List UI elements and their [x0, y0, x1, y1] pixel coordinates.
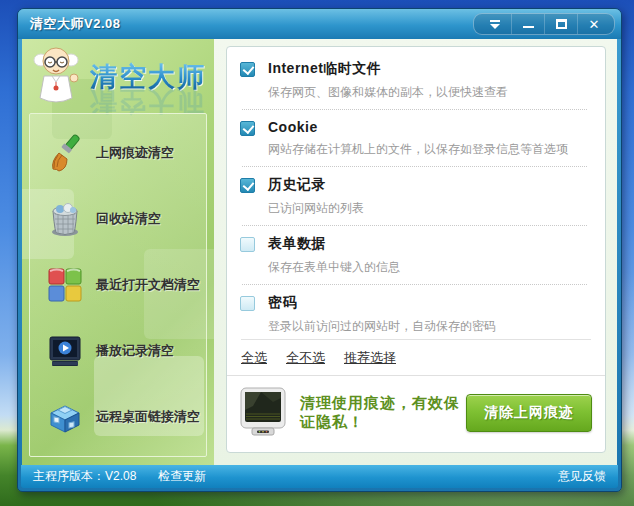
separator	[242, 225, 587, 226]
option-description: 已访问网站的列表	[268, 200, 364, 217]
maximize-icon	[556, 19, 567, 29]
window-body: 清空大师 清空大师 上网痕迹清空	[22, 39, 617, 466]
option-description: 保存网页、图像和媒体的副本，以便快速查看	[268, 84, 508, 101]
broom-icon	[45, 133, 85, 173]
sidebar-item-recent-docs[interactable]: 最近打开文档清空	[30, 265, 206, 305]
sidebar-item-web-traces[interactable]: 上网痕迹清空	[30, 133, 206, 173]
feedback-link[interactable]: 意见反馈	[558, 468, 606, 485]
mascot-doctor-icon	[28, 44, 84, 110]
option-description: 网站存储在计算机上的文件，以保存如登录信息等首选项	[268, 141, 568, 158]
sidebar: 清空大师 清空大师 上网痕迹清空	[22, 39, 214, 466]
app-logo-text: 清空大师	[90, 62, 206, 92]
main-content: Internet临时文件 保存网页、图像和媒体的副本，以便快速查看 Cookie…	[214, 39, 617, 466]
titlebar-buttons: ✕	[473, 13, 615, 35]
option-row-history: 历史记录 已访问网站的列表	[240, 176, 589, 217]
window-title: 清空大师V2.08	[30, 15, 120, 33]
sidebar-menu: 上网痕迹清空 回收站清空	[29, 113, 207, 457]
checkbox-form-data[interactable]	[240, 237, 255, 252]
checkbox-internet-temp-files[interactable]	[240, 62, 255, 77]
sidebar-item-label: 最近打开文档清空	[96, 276, 200, 294]
option-row-cookie: Cookie 网站存储在计算机上的文件，以保存如登录信息等首选项	[240, 119, 589, 158]
option-label: 历史记录	[268, 176, 364, 194]
titlebar: 清空大师V2.08 ✕	[18, 9, 621, 39]
maximize-button[interactable]	[544, 14, 577, 34]
select-none-link[interactable]: 全不选	[286, 349, 325, 367]
option-label: Cookie	[268, 119, 568, 135]
minimize-icon	[523, 26, 534, 28]
color-squares-icon	[45, 265, 85, 305]
privacy-message: 清理使用痕迹，有效保证隐私！	[300, 394, 466, 432]
close-button[interactable]: ✕	[577, 14, 610, 34]
minimize-button[interactable]	[511, 14, 544, 34]
option-label: Internet临时文件	[268, 60, 508, 78]
checkbox-history[interactable]	[240, 178, 255, 193]
checkbox-password[interactable]	[240, 296, 255, 311]
crt-monitor-icon	[240, 387, 286, 439]
separator	[242, 284, 587, 285]
selection-links: 全选 全不选 推荐选择	[241, 339, 591, 375]
option-label: 密码	[268, 294, 496, 312]
option-row-password: 密码 登录以前访问过的网站时，自动保存的密码	[240, 294, 589, 335]
media-monitor-icon	[45, 331, 85, 371]
clean-traces-button[interactable]: 清除上网痕迹	[466, 394, 592, 432]
sidebar-item-playback-history[interactable]: 播放记录清空	[30, 331, 206, 371]
sidebar-item-recycle-bin[interactable]: 回收站清空	[30, 199, 206, 239]
separator	[242, 109, 587, 110]
sidebar-item-label: 上网痕迹清空	[96, 144, 174, 162]
option-description: 登录以前访问过的网站时，自动保存的密码	[268, 318, 496, 335]
recycle-bin-icon	[45, 199, 85, 239]
sidebar-item-label: 回收站清空	[96, 210, 161, 228]
version-label: 主程序版本：V2.08	[33, 468, 136, 485]
options-panel: Internet临时文件 保存网页、图像和媒体的副本，以便快速查看 Cookie…	[226, 46, 606, 453]
sidebar-item-label: 播放记录清空	[96, 342, 174, 360]
check-update-link[interactable]: 检查更新	[158, 468, 206, 485]
statusbar: 主程序版本：V2.08 检查更新 意见反馈	[21, 465, 618, 488]
checkbox-cookie[interactable]	[240, 121, 255, 136]
action-bar: 清理使用痕迹，有效保证隐私！ 清除上网痕迹	[227, 375, 605, 452]
recommended-selection-link[interactable]: 推荐选择	[344, 349, 396, 367]
select-all-link[interactable]: 全选	[241, 349, 267, 367]
app-window: 清空大师V2.08 ✕	[17, 8, 622, 492]
desktop-background: 清空大师V2.08 ✕	[0, 0, 634, 506]
sidebar-item-remote-desktop[interactable]: 远程桌面链接清空	[30, 397, 206, 437]
blue-cubes-icon	[45, 397, 85, 437]
option-row-internet-temp-files: Internet临时文件 保存网页、图像和媒体的副本，以便快速查看	[240, 60, 589, 101]
separator	[242, 166, 587, 167]
option-description: 保存在表单中键入的信息	[268, 259, 400, 276]
app-logo: 清空大师 清空大师	[22, 39, 214, 115]
sidebar-item-label: 远程桌面链接清空	[96, 408, 200, 426]
chevron-down-icon	[490, 20, 500, 29]
skin-menu-button[interactable]	[478, 14, 511, 34]
option-label: 表单数据	[268, 235, 400, 253]
options-list: Internet临时文件 保存网页、图像和媒体的副本，以便快速查看 Cookie…	[227, 47, 605, 339]
option-row-form-data: 表单数据 保存在表单中键入的信息	[240, 235, 589, 276]
close-icon: ✕	[589, 18, 600, 31]
